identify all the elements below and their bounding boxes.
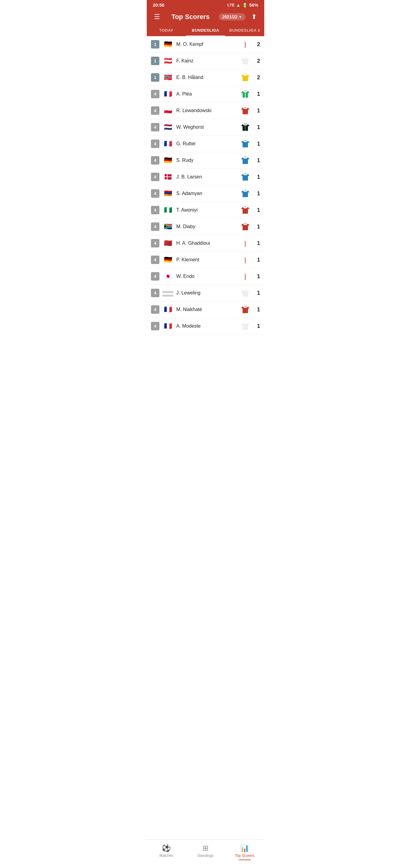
scorer-flag: 🇵🇱 bbox=[162, 107, 173, 114]
scorer-goals: 1 bbox=[253, 323, 260, 330]
scorer-row: 4 🇲🇦 H. A. Ghaddioui 1 bbox=[147, 235, 264, 252]
scorer-name: S. Rudy bbox=[176, 158, 240, 163]
scorer-flag: 🇫🇷 bbox=[162, 306, 173, 313]
status-indicators: LTE ▲ 🔋 56% bbox=[227, 2, 258, 7]
scorer-goals: 1 bbox=[253, 91, 260, 97]
tab-bundesliga2[interactable]: BUNDESLIGA 2 bbox=[225, 25, 264, 36]
scorer-name: P. Klement bbox=[176, 257, 240, 262]
scorer-flag: 🇩🇪 bbox=[162, 157, 173, 164]
nav-matches[interactable]: ⚽ Matches bbox=[147, 842, 186, 862]
scorer-jersey bbox=[240, 188, 250, 198]
scorer-rank: 4 bbox=[151, 322, 159, 330]
scorer-name: W. Endo bbox=[176, 274, 240, 279]
scorer-rank: 1 bbox=[151, 57, 159, 65]
scorer-name: F. Kainz bbox=[176, 58, 240, 64]
chevron-down-icon: ▼ bbox=[239, 15, 242, 19]
scorer-flag: 🇳🇬 bbox=[162, 207, 173, 214]
scorer-goals: 1 bbox=[253, 224, 260, 230]
scorer-goals: 2 bbox=[253, 41, 260, 48]
tab-today[interactable]: TODAY bbox=[147, 25, 186, 36]
nav-matches-label: Matches bbox=[159, 854, 173, 858]
scorer-flag: 🇩🇰 bbox=[162, 173, 173, 181]
scorer-name: A. Pléa bbox=[176, 91, 240, 97]
scorer-goals: 1 bbox=[253, 124, 260, 130]
scorer-goals: 1 bbox=[253, 290, 260, 296]
scorer-goals: 1 bbox=[253, 157, 260, 164]
bottom-nav: ⚽ Matches ⊞ Standings 📊 Top Scorers bbox=[147, 839, 264, 868]
scorer-rank: 1 bbox=[151, 73, 159, 82]
scorer-flag: 🇿🇦 bbox=[162, 223, 173, 230]
scorer-name: J. B. Larsen bbox=[176, 174, 240, 180]
svg-rect-8 bbox=[162, 293, 173, 295]
battery-icon: 🔋 bbox=[242, 3, 247, 7]
scorer-name: J. Leweling bbox=[176, 290, 240, 296]
scorer-rank: 1 bbox=[151, 40, 159, 49]
scorer-flag: 🇯🇵 bbox=[162, 273, 173, 280]
scorer-jersey bbox=[240, 138, 250, 149]
nav-standings[interactable]: ⊞ Standings bbox=[186, 842, 225, 862]
scorer-flag: 🇫🇷 bbox=[162, 140, 173, 147]
scorer-flag: 🇩🇪 bbox=[162, 41, 173, 48]
scorer-goals: 1 bbox=[253, 190, 260, 197]
scorer-goals: 1 bbox=[253, 174, 260, 180]
svg-rect-7 bbox=[162, 291, 173, 293]
scorer-jersey bbox=[240, 288, 250, 298]
scorer-jersey bbox=[240, 105, 250, 116]
scorer-name: M. Niakhaté bbox=[176, 307, 240, 312]
scorer-row: 4 🇯🇵 W. Endo 1 bbox=[147, 268, 264, 285]
season-selector[interactable]: 2021/22 ▼ bbox=[219, 13, 246, 21]
scorer-row: 4 🇩🇰 J. B. Larsen 1 bbox=[147, 169, 264, 185]
header-right: 2021/22 ▼ ⬆ bbox=[219, 13, 260, 21]
scorer-jersey bbox=[240, 56, 250, 66]
scorer-row: 4 🇵🇱 R. Lewandowski 1 bbox=[147, 102, 264, 119]
scorer-goals: 1 bbox=[253, 273, 260, 280]
scorer-jersey bbox=[240, 39, 250, 50]
scorer-row: 4 🇳🇬 T. Awoniyi 1 bbox=[147, 202, 264, 218]
scorer-name: W. Weghorst bbox=[176, 124, 240, 130]
scorer-row: 1 🇳🇴 E. B. Håland 2 bbox=[147, 69, 264, 86]
svg-rect-9 bbox=[162, 295, 173, 297]
scorer-name: A. Modeste bbox=[176, 323, 240, 329]
scorer-row: 4 🇫🇷 G. Rutter 1 bbox=[147, 135, 264, 152]
scorer-jersey bbox=[240, 155, 250, 165]
menu-icon[interactable]: ☰ bbox=[152, 13, 162, 21]
scorer-goals: 1 bbox=[253, 240, 260, 247]
scorer-flag: 🇳🇴 bbox=[162, 74, 173, 81]
svg-rect-5 bbox=[245, 274, 246, 280]
scorer-rank: 4 bbox=[151, 156, 159, 164]
scorer-rank: 4 bbox=[151, 90, 159, 98]
tabs-bar: TODAY BUNDESLIGA BUNDESLIGA 2 bbox=[147, 25, 264, 36]
scorer-jersey bbox=[240, 172, 250, 182]
scorer-jersey bbox=[240, 321, 250, 331]
scorer-rank: 4 bbox=[151, 206, 159, 214]
signal-icon: ▲ bbox=[236, 3, 241, 7]
scorer-rank: 4 bbox=[151, 239, 159, 247]
scorer-flag: 🇫🇷 bbox=[162, 90, 173, 98]
scorer-flag: 🇳🇱 bbox=[162, 124, 173, 131]
tab-bundesliga[interactable]: BUNDESLIGA bbox=[186, 25, 225, 36]
scorer-flag bbox=[162, 289, 173, 297]
scorer-rank: 4 bbox=[151, 255, 159, 264]
svg-rect-0 bbox=[245, 42, 246, 48]
scorer-name: M. O. Kempf bbox=[176, 41, 240, 47]
scorer-jersey bbox=[240, 255, 250, 265]
scorer-flag: 🇦🇲 bbox=[162, 190, 173, 197]
scorer-row: 4 🇩🇪 S. Rudy 1 bbox=[147, 152, 264, 169]
scorer-rank: 4 bbox=[151, 189, 159, 198]
nav-standings-label: Standings bbox=[197, 854, 213, 858]
svg-rect-6 bbox=[162, 289, 173, 291]
scorer-jersey bbox=[240, 238, 250, 248]
scorer-goals: 1 bbox=[253, 107, 260, 114]
nav-topscorers-label: Top Scorers bbox=[235, 854, 254, 858]
scorer-name: T. Awoniyi bbox=[176, 207, 240, 213]
share-icon[interactable]: ⬆ bbox=[249, 13, 259, 21]
scorer-goals: 2 bbox=[253, 58, 260, 64]
svg-rect-1 bbox=[245, 92, 246, 98]
svg-rect-3 bbox=[245, 241, 246, 247]
season-label: 2021/22 bbox=[222, 14, 238, 19]
scorer-rank: 4 bbox=[151, 272, 159, 281]
scorer-name: S. Adamyan bbox=[176, 191, 240, 196]
nav-top-scorers[interactable]: 📊 Top Scorers bbox=[225, 842, 264, 862]
scorer-row: 4 J. Leweling 1 bbox=[147, 285, 264, 301]
header: ☰ Top Scorers 2021/22 ▼ ⬆ bbox=[147, 10, 264, 25]
